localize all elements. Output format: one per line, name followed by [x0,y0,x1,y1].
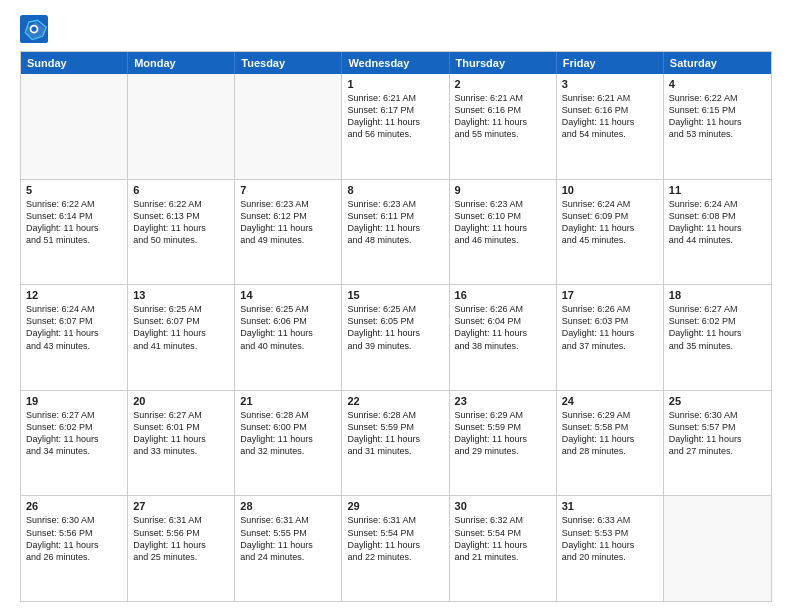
cell-info: Sunrise: 6:33 AM Sunset: 5:53 PM Dayligh… [562,514,658,563]
cell-info: Sunrise: 6:26 AM Sunset: 6:03 PM Dayligh… [562,303,658,352]
cell-date: 27 [133,500,229,512]
cell-date: 16 [455,289,551,301]
calendar-cell-5: 5Sunrise: 6:22 AM Sunset: 6:14 PM Daylig… [21,180,128,285]
calendar-cell-25: 25Sunrise: 6:30 AM Sunset: 5:57 PM Dayli… [664,391,771,496]
cell-date: 25 [669,395,766,407]
cell-date: 3 [562,78,658,90]
cell-date: 26 [26,500,122,512]
cell-date: 2 [455,78,551,90]
calendar-cell-6: 6Sunrise: 6:22 AM Sunset: 6:13 PM Daylig… [128,180,235,285]
cell-info: Sunrise: 6:28 AM Sunset: 5:59 PM Dayligh… [347,409,443,458]
calendar-row-1: 5Sunrise: 6:22 AM Sunset: 6:14 PM Daylig… [21,179,771,285]
calendar-cell-3: 3Sunrise: 6:21 AM Sunset: 6:16 PM Daylig… [557,74,664,179]
calendar-cell-11: 11Sunrise: 6:24 AM Sunset: 6:08 PM Dayli… [664,180,771,285]
calendar: SundayMondayTuesdayWednesdayThursdayFrid… [20,51,772,602]
calendar-row-0: 1Sunrise: 6:21 AM Sunset: 6:17 PM Daylig… [21,74,771,179]
cell-date: 30 [455,500,551,512]
calendar-cell-23: 23Sunrise: 6:29 AM Sunset: 5:59 PM Dayli… [450,391,557,496]
logo-icon [20,15,48,43]
cell-date: 24 [562,395,658,407]
cell-info: Sunrise: 6:25 AM Sunset: 6:05 PM Dayligh… [347,303,443,352]
cell-info: Sunrise: 6:23 AM Sunset: 6:10 PM Dayligh… [455,198,551,247]
calendar-cell-19: 19Sunrise: 6:27 AM Sunset: 6:02 PM Dayli… [21,391,128,496]
cell-info: Sunrise: 6:22 AM Sunset: 6:14 PM Dayligh… [26,198,122,247]
cell-date: 6 [133,184,229,196]
calendar-cell-17: 17Sunrise: 6:26 AM Sunset: 6:03 PM Dayli… [557,285,664,390]
cell-info: Sunrise: 6:29 AM Sunset: 5:59 PM Dayligh… [455,409,551,458]
calendar-cell-10: 10Sunrise: 6:24 AM Sunset: 6:09 PM Dayli… [557,180,664,285]
cell-date: 28 [240,500,336,512]
calendar-cell-31: 31Sunrise: 6:33 AM Sunset: 5:53 PM Dayli… [557,496,664,601]
calendar-row-2: 12Sunrise: 6:24 AM Sunset: 6:07 PM Dayli… [21,284,771,390]
cell-date: 17 [562,289,658,301]
calendar-body: 1Sunrise: 6:21 AM Sunset: 6:17 PM Daylig… [21,74,771,601]
cell-date: 7 [240,184,336,196]
header [20,15,772,43]
cell-info: Sunrise: 6:21 AM Sunset: 6:17 PM Dayligh… [347,92,443,141]
day-header-tuesday: Tuesday [235,52,342,74]
day-header-sunday: Sunday [21,52,128,74]
calendar-cell-empty [21,74,128,179]
calendar-cell-1: 1Sunrise: 6:21 AM Sunset: 6:17 PM Daylig… [342,74,449,179]
calendar-cell-2: 2Sunrise: 6:21 AM Sunset: 6:16 PM Daylig… [450,74,557,179]
calendar-cell-14: 14Sunrise: 6:25 AM Sunset: 6:06 PM Dayli… [235,285,342,390]
cell-date: 19 [26,395,122,407]
logo [20,15,52,43]
calendar-cell-21: 21Sunrise: 6:28 AM Sunset: 6:00 PM Dayli… [235,391,342,496]
day-header-thursday: Thursday [450,52,557,74]
cell-info: Sunrise: 6:31 AM Sunset: 5:55 PM Dayligh… [240,514,336,563]
cell-date: 29 [347,500,443,512]
cell-date: 21 [240,395,336,407]
day-header-saturday: Saturday [664,52,771,74]
calendar-cell-22: 22Sunrise: 6:28 AM Sunset: 5:59 PM Dayli… [342,391,449,496]
cell-info: Sunrise: 6:24 AM Sunset: 6:09 PM Dayligh… [562,198,658,247]
day-header-friday: Friday [557,52,664,74]
calendar-cell-29: 29Sunrise: 6:31 AM Sunset: 5:54 PM Dayli… [342,496,449,601]
cell-info: Sunrise: 6:30 AM Sunset: 5:56 PM Dayligh… [26,514,122,563]
cell-info: Sunrise: 6:31 AM Sunset: 5:56 PM Dayligh… [133,514,229,563]
cell-info: Sunrise: 6:21 AM Sunset: 6:16 PM Dayligh… [455,92,551,141]
calendar-cell-13: 13Sunrise: 6:25 AM Sunset: 6:07 PM Dayli… [128,285,235,390]
cell-date: 20 [133,395,229,407]
cell-date: 15 [347,289,443,301]
svg-point-4 [31,26,36,31]
cell-info: Sunrise: 6:25 AM Sunset: 6:06 PM Dayligh… [240,303,336,352]
calendar-cell-4: 4Sunrise: 6:22 AM Sunset: 6:15 PM Daylig… [664,74,771,179]
day-header-wednesday: Wednesday [342,52,449,74]
cell-info: Sunrise: 6:32 AM Sunset: 5:54 PM Dayligh… [455,514,551,563]
cell-date: 8 [347,184,443,196]
cell-date: 18 [669,289,766,301]
cell-date: 14 [240,289,336,301]
calendar-cell-7: 7Sunrise: 6:23 AM Sunset: 6:12 PM Daylig… [235,180,342,285]
cell-info: Sunrise: 6:27 AM Sunset: 6:02 PM Dayligh… [26,409,122,458]
calendar-cell-18: 18Sunrise: 6:27 AM Sunset: 6:02 PM Dayli… [664,285,771,390]
calendar-cell-27: 27Sunrise: 6:31 AM Sunset: 5:56 PM Dayli… [128,496,235,601]
cell-date: 31 [562,500,658,512]
cell-date: 9 [455,184,551,196]
calendar-cell-9: 9Sunrise: 6:23 AM Sunset: 6:10 PM Daylig… [450,180,557,285]
cell-info: Sunrise: 6:22 AM Sunset: 6:13 PM Dayligh… [133,198,229,247]
page: SundayMondayTuesdayWednesdayThursdayFrid… [0,0,792,612]
calendar-cell-15: 15Sunrise: 6:25 AM Sunset: 6:05 PM Dayli… [342,285,449,390]
cell-date: 1 [347,78,443,90]
cell-info: Sunrise: 6:23 AM Sunset: 6:11 PM Dayligh… [347,198,443,247]
day-headers: SundayMondayTuesdayWednesdayThursdayFrid… [21,52,771,74]
cell-info: Sunrise: 6:21 AM Sunset: 6:16 PM Dayligh… [562,92,658,141]
cell-info: Sunrise: 6:24 AM Sunset: 6:08 PM Dayligh… [669,198,766,247]
calendar-row-4: 26Sunrise: 6:30 AM Sunset: 5:56 PM Dayli… [21,495,771,601]
cell-info: Sunrise: 6:29 AM Sunset: 5:58 PM Dayligh… [562,409,658,458]
cell-date: 5 [26,184,122,196]
calendar-row-3: 19Sunrise: 6:27 AM Sunset: 6:02 PM Dayli… [21,390,771,496]
calendar-cell-8: 8Sunrise: 6:23 AM Sunset: 6:11 PM Daylig… [342,180,449,285]
calendar-cell-12: 12Sunrise: 6:24 AM Sunset: 6:07 PM Dayli… [21,285,128,390]
cell-date: 4 [669,78,766,90]
cell-date: 22 [347,395,443,407]
cell-info: Sunrise: 6:27 AM Sunset: 6:01 PM Dayligh… [133,409,229,458]
cell-info: Sunrise: 6:31 AM Sunset: 5:54 PM Dayligh… [347,514,443,563]
calendar-cell-16: 16Sunrise: 6:26 AM Sunset: 6:04 PM Dayli… [450,285,557,390]
cell-date: 11 [669,184,766,196]
day-header-monday: Monday [128,52,235,74]
calendar-cell-empty [128,74,235,179]
cell-info: Sunrise: 6:23 AM Sunset: 6:12 PM Dayligh… [240,198,336,247]
cell-date: 10 [562,184,658,196]
